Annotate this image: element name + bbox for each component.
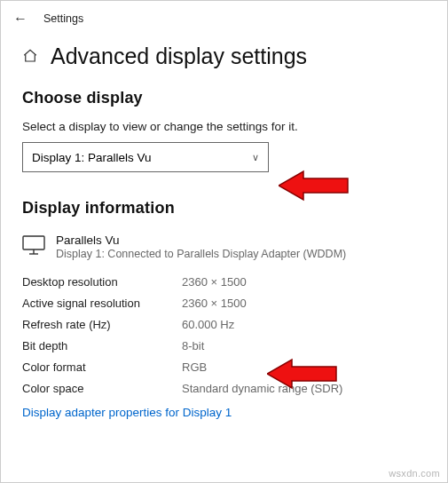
spec-label: Color space (22, 382, 182, 395)
app-title: Settings (43, 12, 83, 25)
monitor-connection: Display 1: Connected to Parallels Displa… (56, 248, 346, 260)
table-row: Desktop resolution 2360 × 1500 (22, 271, 426, 292)
content-area: Advanced display settings Choose display… (1, 44, 447, 420)
page-title: Advanced display settings (51, 44, 307, 69)
table-row: Bit depth 8-bit (22, 335, 426, 356)
display-information-heading: Display information (22, 199, 426, 218)
monitor-summary: Parallels Vu Display 1: Connected to Par… (22, 234, 426, 260)
spec-value: RGB (182, 360, 207, 374)
choose-display-description: Select a display to view or change the s… (22, 120, 426, 133)
spec-label: Color format (22, 360, 182, 374)
spec-value: 60.000 Hz (182, 318, 234, 331)
monitor-name: Parallels Vu (56, 234, 346, 247)
watermark: wsxdn.com (389, 468, 440, 479)
spec-label: Refresh rate (Hz) (22, 318, 182, 331)
display-adapter-link[interactable]: Display adapter properties for Display 1 (22, 406, 232, 419)
svg-rect-0 (23, 236, 44, 249)
chevron-down-icon: ∨ (252, 152, 259, 163)
spec-value: 2360 × 1500 (182, 275, 247, 289)
display-select-value: Display 1: Parallels Vu (32, 151, 152, 164)
spec-value: Standard dynamic range (SDR) (182, 382, 342, 395)
display-select-dropdown[interactable]: Display 1: Parallels Vu ∨ (22, 142, 269, 172)
page-header: Advanced display settings (22, 44, 426, 69)
spec-table: Desktop resolution 2360 × 1500 Active si… (22, 271, 426, 399)
spec-label: Bit depth (22, 339, 182, 352)
back-arrow-icon[interactable]: ← (13, 11, 28, 27)
monitor-icon (22, 235, 45, 255)
table-row: Color space Standard dynamic range (SDR) (22, 377, 426, 399)
table-row: Refresh rate (Hz) 60.000 Hz (22, 313, 426, 335)
choose-display-heading: Choose display (22, 89, 426, 107)
home-icon[interactable] (22, 48, 38, 68)
spec-value: 8-bit (182, 339, 204, 352)
table-row: Color format RGB (22, 356, 426, 377)
spec-label: Desktop resolution (22, 275, 182, 289)
spec-label: Active signal resolution (22, 297, 182, 310)
titlebar: ← Settings (1, 1, 447, 33)
spec-value: 2360 × 1500 (182, 297, 247, 310)
table-row: Active signal resolution 2360 × 1500 (22, 292, 426, 313)
